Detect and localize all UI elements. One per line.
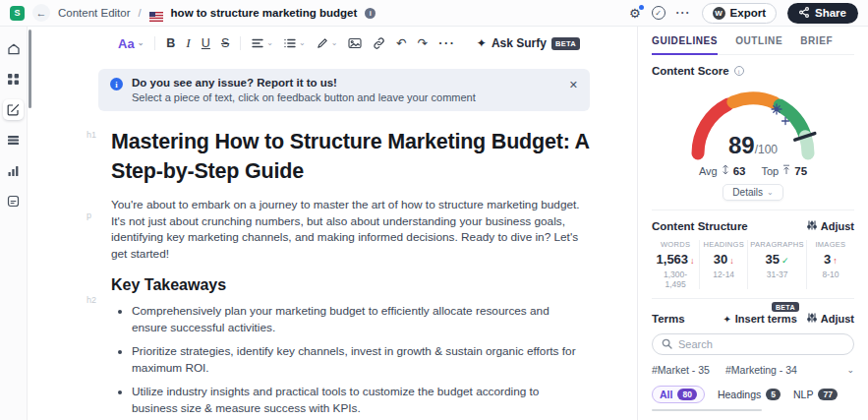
details-label: Details: [732, 187, 763, 198]
rail-home-button[interactable]: [3, 38, 24, 59]
takeaways-list[interactable]: Comprehensively plan your marketing budg…: [111, 303, 581, 416]
sparkle-icon: ✦: [723, 314, 730, 325]
surfer-logo[interactable]: S: [10, 6, 25, 21]
underline-button[interactable]: U: [202, 37, 210, 50]
term-tags-row: #Market - 35 #Marketing - 34 ⌄: [652, 364, 854, 376]
filter-nlp[interactable]: NLP 77: [793, 389, 838, 400]
link-icon: [373, 37, 385, 49]
apps-grid-icon: [7, 73, 20, 86]
sparkle-icon: ✦: [477, 36, 487, 50]
terms-search[interactable]: [652, 333, 854, 355]
redo-button[interactable]: ↷: [418, 37, 428, 50]
pen-button[interactable]: ⌄: [317, 37, 338, 49]
strikethrough-button[interactable]: S: [221, 37, 229, 50]
link-button[interactable]: [373, 37, 385, 49]
score-value: 89: [728, 132, 755, 158]
tag-market[interactable]: #Market - 35: [652, 364, 710, 376]
terms-header: Terms BETA ✦ Insert terms Adjust: [652, 313, 854, 325]
rows-icon: [7, 135, 20, 146]
structure-stats: WORDS 1,563↓ 1,300-1,495 HEADINGS 30↓ 12…: [652, 240, 854, 289]
align-button[interactable]: ⌄: [252, 38, 273, 48]
adjust-label: Adjust: [821, 313, 854, 325]
undo-button[interactable]: ↶: [396, 37, 406, 50]
notification-dot: [639, 5, 644, 10]
wordpress-icon: W: [713, 7, 725, 20]
banner-close-button[interactable]: ✕: [569, 79, 578, 91]
list-item[interactable]: Prioritize strategies, identify key chan…: [132, 343, 581, 376]
stat-images: IMAGES 3↑ 8-10: [806, 240, 854, 289]
insert-terms-button[interactable]: BETA ✦ Insert terms: [723, 313, 796, 325]
image-icon: [348, 37, 362, 49]
autosave-check-icon[interactable]: ✓: [652, 6, 665, 20]
rail-editor-button[interactable]: [3, 99, 24, 120]
toolbar-divider: [240, 36, 241, 50]
top-label: Top: [762, 165, 780, 177]
list-item[interactable]: Comprehensively plan your marketing budg…: [132, 303, 581, 335]
list-item[interactable]: Utilize industry insights and practical …: [132, 384, 581, 416]
content-score-title: Content Score: [652, 65, 729, 77]
document-title[interactable]: how to structure marketing budget: [171, 7, 358, 19]
stat-label: HEADINGS: [702, 240, 745, 249]
image-button[interactable]: [348, 37, 362, 49]
filter-all[interactable]: All 80: [652, 386, 705, 403]
tab-outline[interactable]: OUTLINE: [735, 35, 782, 54]
doc-intro-paragraph[interactable]: You're about to embark on a journey to m…: [111, 197, 597, 262]
back-button[interactable]: ←: [32, 4, 50, 22]
score-info-icon[interactable]: i: [734, 66, 744, 76]
filter-headings[interactable]: Headings 5: [718, 389, 781, 400]
stat-value: 30: [714, 252, 727, 267]
chevron-down-icon: ⌄: [299, 39, 306, 47]
ask-surfy-button[interactable]: ✦ Ask Surfy BETA: [477, 36, 580, 50]
italic-button[interactable]: I: [186, 36, 191, 50]
structure-adjust-button[interactable]: Adjust: [807, 220, 854, 232]
stat-value: 3: [824, 252, 831, 267]
stat-value: 35: [766, 252, 780, 267]
bold-button[interactable]: B: [166, 37, 175, 50]
chevron-down-icon[interactable]: ⌄: [846, 365, 854, 375]
editor-scrollbar[interactable]: [29, 30, 31, 108]
left-rail: [0, 27, 28, 420]
filter-count-badge: 80: [677, 389, 696, 400]
home-icon: [7, 42, 21, 56]
align-icon: [252, 38, 263, 48]
rail-rows-button[interactable]: [3, 130, 24, 150]
chevron-down-icon: ⌄: [266, 39, 273, 47]
guidelines-panel: GUIDELINES OUTLINE BRIEF Content Score i: [637, 27, 868, 420]
share-button[interactable]: Share: [787, 3, 858, 24]
more-menu-button[interactable]: ···: [676, 6, 691, 20]
document-body[interactable]: h1 Mastering How to Structure Marketing …: [111, 127, 597, 420]
block-tag-p: p: [87, 210, 91, 220]
stat-range: 12-14: [702, 270, 745, 279]
editor-pencil-icon: [7, 103, 20, 116]
tab-guidelines[interactable]: GUIDELINES: [652, 35, 718, 55]
search-input[interactable]: [678, 338, 844, 350]
insert-terms-beta-badge: BETA: [772, 302, 799, 312]
terms-adjust-button[interactable]: Adjust: [807, 313, 854, 325]
doc-info-icon[interactable]: i: [365, 8, 376, 19]
ask-surfy-label: Ask Surfy: [492, 36, 547, 50]
toolbar-more-button[interactable]: ···: [438, 37, 455, 50]
term-row[interactable]: how to structure marketing budget 2/1 ↓: [652, 416, 854, 420]
tab-brief[interactable]: BRIEF: [800, 35, 833, 54]
list-button[interactable]: ⌄: [284, 38, 306, 48]
font-style-label: Aa: [118, 37, 135, 50]
stat-range: 1,300-1,495: [654, 270, 697, 289]
content-structure-header: Content Structure Adjust: [652, 220, 854, 232]
export-button[interactable]: W Export: [702, 3, 777, 24]
check-icon: ✓: [781, 256, 789, 266]
settings-button[interactable]: ⚙: [629, 7, 641, 20]
rail-analytics-button[interactable]: [3, 160, 24, 181]
filters-scroll-indicator[interactable]: [652, 409, 762, 411]
trend-down-icon: ↓: [729, 256, 734, 266]
info-icon: i: [110, 78, 123, 90]
details-button[interactable]: Details ⌄: [723, 184, 782, 201]
tag-marketing[interactable]: #Marketing - 34: [725, 364, 797, 376]
breadcrumb-app[interactable]: Content Editor: [58, 7, 131, 19]
term-filters: All 80 Headings 5 NLP 77: [652, 386, 854, 403]
rail-apps-button[interactable]: [3, 69, 24, 90]
font-style-button[interactable]: Aa⌄: [118, 37, 144, 50]
chevron-down-icon: ⌄: [767, 188, 774, 197]
rail-academy-button[interactable]: [3, 191, 24, 211]
doc-heading-takeaways[interactable]: Key Takeaways: [111, 276, 597, 294]
doc-heading-1[interactable]: Mastering How to Structure Marketing Bud…: [111, 127, 597, 186]
